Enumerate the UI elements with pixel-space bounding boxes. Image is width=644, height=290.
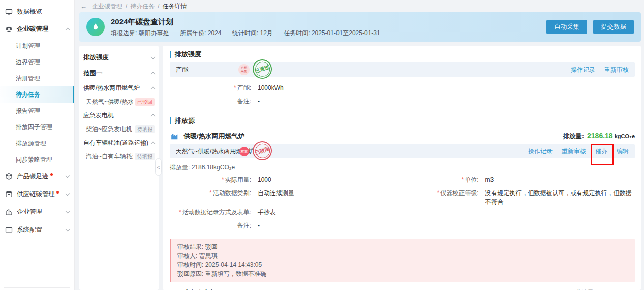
reject-reason: 驳回原因: 重新填写，数据不准确 [177,270,629,279]
sidebar-item-boundary-mgmt[interactable]: 边界管理 [0,54,74,70]
submit-data-button[interactable]: 提交数据 [593,20,634,34]
chevron-up-icon [151,72,155,76]
sidebar-item-emission-factor-mgmt[interactable]: 排放因子管理 [0,119,74,135]
main-sidebar: 数据概览 企业碳管理 计划管理 边界管理 清册管理 待办任务 报告管理 排放因子… [0,0,75,290]
breadcrumb-current: 任务详情 [163,2,187,11]
breadcrumb-todo-tasks[interactable]: 待办任务 [130,2,155,11]
sidebar-item-sync-strategy-mgmt[interactable]: 同步策略管理 [0,151,74,168]
intensity-row-name: 产能 [176,66,188,74]
chevron-up-icon [151,114,155,118]
tree-item-emergency-generator[interactable]: 应急发电机 [83,109,155,122]
status-badge-pending: 待填报 [135,125,155,133]
notification-dot [50,173,53,176]
leaf-icon [86,18,105,36]
page-title: 2024年碳盘查计划 [111,17,389,27]
panel-collapse-handle[interactable]: < [155,158,162,176]
field-unit: 单位: m3 [403,174,635,187]
factory-icon [170,132,179,141]
field-capacity: 产能: 1000kWh [170,82,635,95]
reviewer: 审核人: 贾思琪 [177,252,629,261]
breadcrumb-carbon-mgmt[interactable]: 企业碳管理 [92,2,122,11]
accounting-tag-icon: 核算 [239,147,249,156]
chevron-up-icon [66,27,70,31]
scale-icon [5,25,13,33]
sidebar-item-plan-mgmt[interactable]: 计划管理 [0,38,74,54]
re-review-link[interactable]: 重新审核 [562,147,586,156]
section-title-sources: 排放源 [170,116,635,125]
tree-item-intensity[interactable]: 排放强度 [83,50,155,66]
field-remark: 备注: - [170,219,403,233]
stat-period-value: 12月 [260,29,272,37]
re-review-link[interactable]: 重新审核 [604,66,629,74]
cube-icon [5,173,13,180]
chevron-down-icon [66,191,70,196]
operation-log-link[interactable]: 操作记录 [528,147,553,156]
field-instrument-calibration: 仪器校正等级: 没有规定执行，但数据被认可，或有规定执行，但数据不符合 [403,187,635,206]
tree-item-gas-boiler[interactable]: 供暖/热水两用燃气炉 [83,81,155,95]
sidebar-item-report-mgmt[interactable]: 报告管理 [0,103,74,119]
review-result-box: 审核结果: 驳回 审核人: 贾思琪 审核时间: 2025-04-14 14:43… [170,239,635,282]
field-activity-data-type: 活动数据类别: 自动连续测量 [170,187,403,206]
field-actual-usage: 实际用量: 1000 [170,174,403,187]
tree-item-gasoline[interactable]: 汽油~自有车辆耗油（... 待填报 [83,150,155,164]
building-icon [5,208,13,216]
chevron-up-icon [151,87,155,91]
chevron-down-icon [66,209,70,213]
status-badge-pending: 待填报 [135,153,155,160]
sidebar-item-product-footprint[interactable]: 产品碳足迹 [0,168,74,185]
operation-log-link[interactable]: 操作记录 [571,66,595,74]
edit-link[interactable]: 编辑 [617,147,629,156]
sidebar-item-supply-chain[interactable]: 供应链碳管理 [0,185,74,203]
tree-item-natural-gas[interactable]: 天然气~供暖/热水两... 已驳回 [83,95,155,109]
sidebar-item-label: 企业管理 [17,208,42,216]
sidebar-item-label: 系统配置 [17,225,42,234]
tree-item-diesel[interactable]: 柴油~应急发电机（kg） 待填报 [83,122,155,136]
sidebar-item-enterprise-mgmt[interactable]: 企业管理 [0,203,74,221]
year-value: 2024 [208,29,222,37]
task-detail-panel: 排放强度 产能 自动 采集 已通过 操作记录 重新审核 产能: 1000kWh [163,46,641,290]
sidebar-footer-divider [4,287,70,288]
sidebar-item-label: 产品碳足迹 [17,172,49,181]
field-record-method: 活动数据记录方式及表单: 手抄表 [170,206,403,219]
archive-box-icon [5,190,13,198]
review-time: 审核时间: 2025-04-14 14:43:05 [177,261,629,270]
chevron-down-icon [66,227,70,231]
review-result: 审核结果: 驳回 [177,243,629,252]
back-arrow-icon[interactable]: ← [80,3,87,10]
settings-panel-icon [5,226,13,234]
stamp-approved: 已通过 [250,57,274,81]
boundary-value: 朝阳办事处 [139,29,169,37]
sidebar-item-inventory-mgmt[interactable]: 清册管理 [0,70,74,86]
source-row-natural-gas: 天然气~供暖/热水两用燃气炉 核算 已驳回 操作记录 重新审核 催办 编辑 [170,144,635,158]
sidebar-item-overview[interactable]: 数据概览 [0,3,74,20]
source-name: 供暖/热水两用燃气炉 [183,132,245,141]
dashboard-icon [5,8,13,16]
emission-tree-panel: 排放强度 范围一 供暖/热水两用燃气炉 天然气~供暖/热水两... 已驳回 应急… [79,46,159,290]
emission-total: 排放量: 2186.18 kgCO₂e [563,132,635,141]
main-area: ← 企业碳管理 / 待办任务 / 任务详情 2024年碳盘查计划 填报边界: 朝… [75,0,644,290]
urge-link[interactable]: 催办 [595,148,607,155]
auto-collect-tag-icon: 自动 采集 [238,64,250,75]
sidebar-item-emission-source-mgmt[interactable]: 排放源管理 [0,135,74,151]
notification-dot [56,191,59,194]
chevron-down-icon [151,55,155,59]
chevron-down-icon [66,174,70,178]
sidebar-item-label: 供应链碳管理 [17,190,55,199]
sidebar-item-todo-tasks[interactable]: 待办任务 [0,86,74,103]
tree-item-vehicle-fuel[interactable]: 自有车辆耗油(道路运输) [83,136,155,150]
auto-collect-button[interactable]: 自动采集 [546,20,587,34]
task-header-card: 2024年碳盘查计划 填报边界: 朝阳办事处 所属年份: 2024 统计时间: … [79,12,641,42]
intensity-row: 产能 自动 采集 已通过 操作记录 重新审核 [170,62,635,77]
sidebar-item-label: 数据概览 [17,8,42,16]
field-remark: 备注: - [170,95,635,108]
status-badge-rejected: 已驳回 [135,98,155,106]
task-meta: 填报边界: 朝阳办事处 所属年份: 2024 统计时间: 12月 任务时间: 2… [111,29,389,38]
section-title-intensity: 排放强度 [170,50,635,59]
source-header-gas-boiler: 供暖/热水两用燃气炉 排放量: 2186.18 kgCO₂e [170,132,635,141]
task-period-value: 2025-01-01至2025-01-31 [312,29,380,37]
sidebar-item-system-config[interactable]: 系统配置 [0,221,74,239]
sidebar-item-label: 企业碳管理 [17,25,49,34]
tree-item-scope-one[interactable]: 范围一 [83,66,155,81]
breadcrumb: ← 企业碳管理 / 待办任务 / 任务详情 [75,0,644,10]
sidebar-item-carbon-mgmt[interactable]: 企业碳管理 [0,20,74,38]
